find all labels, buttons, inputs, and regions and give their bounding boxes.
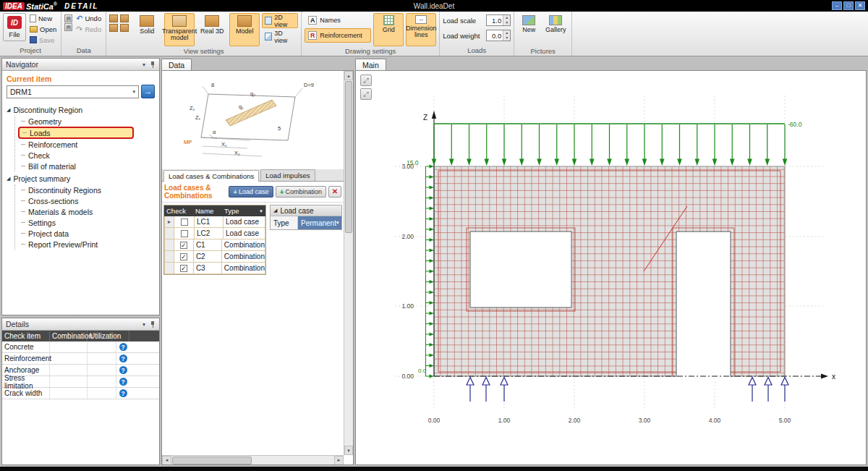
- scroll-left-icon[interactable]: ◄: [162, 456, 171, 465]
- gallery-button[interactable]: Gallery: [542, 13, 569, 46]
- tree-item-materials-models[interactable]: Materials & models: [18, 206, 155, 217]
- pin-icon[interactable]: [150, 321, 156, 328]
- spin-up-icon[interactable]: ▲: [503, 15, 510, 20]
- vertical-scrollbar[interactable]: ▲ ▼: [344, 71, 353, 455]
- tree-item-geometry[interactable]: Geometry: [18, 116, 155, 127]
- tab-data[interactable]: Data: [161, 59, 192, 70]
- tree-section-discontinuity-region[interactable]: ◢ Discontinuity Region: [7, 104, 155, 116]
- expander-icon[interactable]: ◢: [7, 176, 10, 182]
- view-3d-button[interactable]: 3D view: [262, 29, 298, 44]
- load-weight-spinner[interactable]: 0.0 ▲▼: [486, 30, 511, 41]
- tree-item-discontinuity-regions[interactable]: Discontinuity Regions: [18, 184, 155, 195]
- combo-caret-icon[interactable]: ▾: [132, 89, 135, 95]
- door-opening[interactable]: [676, 232, 731, 378]
- expander-icon[interactable]: ◢: [273, 208, 277, 213]
- zoom-extents-button[interactable]: ⤢: [360, 88, 372, 100]
- tree-item-check[interactable]: Check: [18, 150, 155, 161]
- view-preset-icon[interactable]: [109, 24, 118, 32]
- row-selector[interactable]: [165, 228, 174, 239]
- tab-main[interactable]: Main: [355, 59, 386, 70]
- tree-section-project-summary[interactable]: ◢ Project summary: [7, 173, 155, 184]
- delete-button[interactable]: ✕: [328, 186, 341, 198]
- tab-load-cases-combinations[interactable]: Load cases & Combinations: [163, 170, 259, 182]
- model-button[interactable]: Model: [229, 13, 260, 46]
- open-button[interactable]: Open: [28, 24, 58, 34]
- scroll-right-icon[interactable]: ►: [334, 456, 344, 465]
- row-checkbox[interactable]: [180, 242, 187, 249]
- add-combination-button[interactable]: +Combination: [276, 186, 326, 198]
- table-row-c3[interactable]: C3 Combination: [164, 263, 265, 274]
- close-button[interactable]: ✕: [855, 1, 865, 10]
- window-opening[interactable]: [470, 232, 571, 307]
- row-checkbox[interactable]: [180, 253, 187, 260]
- load-scale-spinner[interactable]: 1.0 ▲▼: [486, 14, 511, 26]
- row-selector[interactable]: [165, 251, 174, 262]
- table-row-c2[interactable]: C2 Combination: [164, 251, 265, 263]
- scroll-up-icon[interactable]: ▲: [344, 71, 353, 80]
- load-type-select[interactable]: Permanent ▾: [298, 216, 341, 229]
- horizontal-scrollbar[interactable]: ◄ ►: [162, 455, 344, 464]
- tab-load-impulses[interactable]: Load impulses: [260, 169, 315, 181]
- row-selector[interactable]: [165, 263, 174, 273]
- scrollbar-thumb[interactable]: [345, 81, 352, 233]
- redo-button[interactable]: ↷Redo: [75, 24, 103, 34]
- tree-item-bill-of-material[interactable]: Bill of material: [18, 161, 155, 171]
- grid-button[interactable]: Grid: [373, 13, 404, 46]
- paste-icon[interactable]: ▤: [64, 14, 72, 22]
- spin-up-icon[interactable]: ▲: [503, 30, 510, 35]
- copy-icon[interactable]: ▤: [64, 23, 72, 31]
- help-icon[interactable]: ?: [119, 355, 127, 362]
- view-preset-icon[interactable]: [120, 14, 129, 22]
- picture-new-button[interactable]: New: [517, 13, 540, 46]
- view-preset-icon[interactable]: [120, 24, 129, 32]
- dropdown-caret-icon[interactable]: ▾: [142, 61, 145, 68]
- dropdown-caret-icon[interactable]: ▾: [142, 321, 145, 328]
- row-checkbox[interactable]: [181, 230, 188, 237]
- tree-item-loads[interactable]: Loads: [18, 127, 134, 139]
- row-checkbox[interactable]: [180, 265, 187, 272]
- names-button[interactable]: ANames: [305, 13, 371, 27]
- pin-icon[interactable]: [150, 61, 156, 68]
- scrollbar-thumb[interactable]: [172, 457, 252, 464]
- load-scale-value[interactable]: 1.0: [487, 15, 503, 25]
- tree-item-reinforcement[interactable]: Reinforcement: [18, 139, 155, 150]
- add-load-case-button[interactable]: +Load case: [229, 186, 273, 198]
- go-to-item-button[interactable]: →: [141, 85, 155, 98]
- tree-item-settings[interactable]: Settings: [18, 217, 155, 228]
- load-weight-value[interactable]: 0.0: [487, 30, 503, 41]
- col-type[interactable]: Type▼: [222, 207, 265, 215]
- row-selector[interactable]: ▸: [165, 216, 174, 227]
- save-button[interactable]: Save: [28, 35, 58, 45]
- wall-drawing[interactable]: Z x -60.0 15.0 0.0 3.00 2.00 1.00 0.00 0…: [356, 71, 866, 464]
- table-row-c1[interactable]: C1 Combination: [164, 239, 265, 251]
- zoom-fit-button[interactable]: ⤢: [360, 75, 372, 86]
- tree-item-project-data[interactable]: Project data: [18, 228, 155, 239]
- transparent-model-button[interactable]: Transparent model: [164, 13, 195, 46]
- combo-caret-icon[interactable]: ▾: [336, 220, 339, 226]
- expander-icon[interactable]: ◢: [7, 107, 10, 113]
- help-icon[interactable]: ?: [119, 343, 127, 351]
- scroll-down-icon[interactable]: ▼: [344, 446, 353, 455]
- table-row-lc1[interactable]: ▸ LC1 Load case: [164, 216, 265, 228]
- reinforcement-button[interactable]: RReinforcement: [305, 28, 371, 43]
- maximize-button[interactable]: □: [843, 1, 854, 10]
- row-selector[interactable]: [165, 239, 174, 250]
- tree-item-report-preview-print[interactable]: Report Preview/Print: [18, 239, 155, 250]
- tree-item-cross-sections[interactable]: Cross-sections: [18, 195, 155, 206]
- real-3d-button[interactable]: Real 3D: [197, 13, 227, 46]
- row-checkbox[interactable]: [181, 218, 188, 226]
- new-button[interactable]: New: [28, 13, 58, 23]
- dimension-lines-button[interactable]: ↔Dimension lines: [406, 13, 436, 46]
- filter-icon[interactable]: ▼: [259, 209, 263, 213]
- help-icon[interactable]: ?: [119, 378, 127, 386]
- help-icon[interactable]: ?: [119, 366, 127, 374]
- current-item-combobox[interactable]: DRM1 ▾: [7, 85, 139, 98]
- spin-down-icon[interactable]: ▼: [503, 20, 510, 25]
- view-preset-icon[interactable]: [109, 14, 118, 22]
- file-button[interactable]: ID File: [3, 13, 26, 41]
- solid-button[interactable]: Solid: [132, 13, 162, 46]
- spin-down-icon[interactable]: ▼: [503, 35, 510, 41]
- view-2d-button[interactable]: 2D view: [262, 13, 298, 28]
- undo-button[interactable]: ↶Undo: [75, 13, 103, 23]
- help-icon[interactable]: ?: [119, 389, 127, 397]
